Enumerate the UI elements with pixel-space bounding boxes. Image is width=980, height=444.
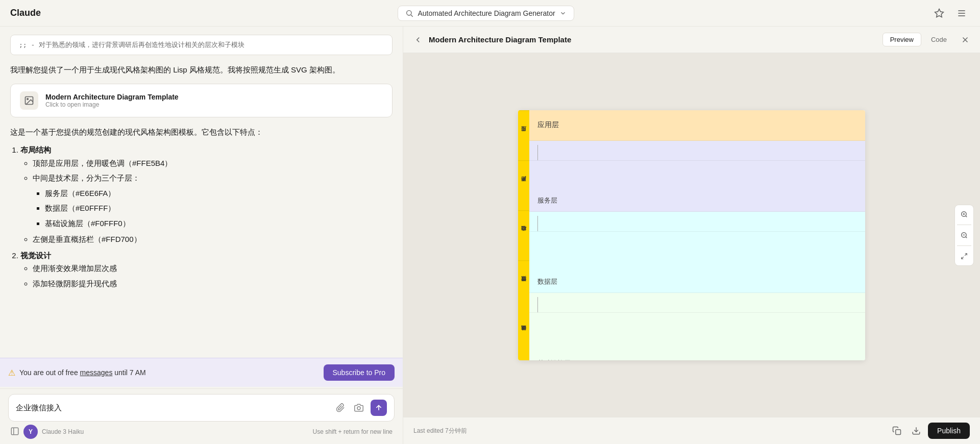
last-edited-text: Last edited 7分钟前 <box>413 427 467 435</box>
topbar-right <box>931 5 970 21</box>
bracket-app: 应用层 <box>518 110 529 160</box>
svg-point-0 <box>407 10 411 15</box>
tab-code[interactable]: Code <box>923 33 954 46</box>
description-text: 这是一个基于您提供的规范创建的现代风格架构图模板。它包含以下特点： <box>10 126 393 139</box>
chat-scroll[interactable]: ;; - 对于熟悉的领域，进行背景调研后再创造性地设计相关的层次和子模块 我理解… <box>0 27 403 388</box>
preview-title: Modern Architecture Diagram Template <box>429 35 876 44</box>
zoom-in-button[interactable] <box>957 207 971 221</box>
svg-line-1 <box>411 15 413 17</box>
sublist-item-2-2: 添加轻微阴影提升现代感 <box>33 277 393 290</box>
chevron-down-icon <box>559 10 567 17</box>
sidebar-icon <box>10 427 19 436</box>
artifact-title: Modern Architecture Diagram Template <box>45 93 179 101</box>
close-button[interactable] <box>961 35 970 44</box>
chat-input[interactable] <box>16 404 329 412</box>
list-item-2: 视觉设计 使用渐变效果增加层次感 添加轻微阴影提升现代感 <box>20 249 393 290</box>
zoom-out-button[interactable] <box>957 228 971 242</box>
avatar: Y <box>23 425 38 439</box>
model-label: Claude 3 Haiku <box>42 428 84 435</box>
close-icon <box>961 35 970 44</box>
download-icon <box>912 426 921 435</box>
bracket-data: 数据管理 <box>518 260 529 310</box>
messages-link[interactable]: messages <box>80 368 113 377</box>
preview-header: Modern Architecture Diagram Template Pre… <box>403 27 980 53</box>
svg-point-7 <box>27 98 29 100</box>
input-footer-left: Y Claude 3 Haiku <box>10 425 84 439</box>
footer-actions: Publish <box>889 423 970 439</box>
sublist-item-2-1: 使用渐变效果增加层次感 <box>33 262 393 275</box>
subsublist-1: 服务层（#E6E6FA） 数据层（#E0FFFF） 基础设施层（#F0FFF0） <box>33 187 393 230</box>
svg-line-15 <box>966 215 967 217</box>
send-icon <box>375 404 383 412</box>
subsublist-item-1: 服务层（#E6E6FA） <box>45 187 393 200</box>
zoom-divider-2 <box>957 245 971 246</box>
search-icon <box>405 9 413 17</box>
zoom-controls <box>954 205 974 266</box>
artifact-subtitle: Click to open image <box>45 101 179 108</box>
connector-line-1 <box>537 145 538 160</box>
back-arrow-icon <box>413 35 423 44</box>
subscribe-button[interactable]: Subscribe to Pro <box>324 364 395 381</box>
code-snippet-text: ;; - 对于熟悉的领域，进行背景调研后再创造性地设计相关的层次和子模块 <box>19 41 244 48</box>
download-button[interactable] <box>909 423 924 438</box>
warning-icon: ⚠ <box>8 368 15 378</box>
tab-preview[interactable]: Preview <box>883 33 921 46</box>
zoom-divider-1 <box>957 225 971 225</box>
preview-footer: Last edited 7分钟前 Publish <box>403 417 980 444</box>
svg-rect-23 <box>896 430 901 435</box>
diagram-area: 应用层 用户界面 核心功能 数据管理 基础设施 应用层 <box>403 53 980 417</box>
sublist-item-1-1: 顶部是应用层，使用暖色调（#FFE5B4） <box>33 157 393 170</box>
svg-line-19 <box>966 236 967 238</box>
zoom-out-icon <box>961 232 968 239</box>
layer-infra: 基础设施层 <box>529 313 865 360</box>
warning-text: You are out of free messages until 7 AM <box>19 368 146 377</box>
bracket-infra: 基础设施 <box>518 310 529 360</box>
image-icon <box>24 95 34 106</box>
input-footer: Y Claude 3 Haiku Use shift + return for … <box>8 422 395 439</box>
settings-button[interactable] <box>953 5 970 21</box>
subsublist-item-2: 数据层（#E0FFFF） <box>45 202 393 215</box>
connector-2 <box>529 212 865 232</box>
send-button[interactable] <box>371 400 387 416</box>
layer-application: 应用层 <box>529 110 865 141</box>
star-button[interactable] <box>931 5 947 21</box>
copy-button[interactable] <box>889 423 904 438</box>
preview-panel: Modern Architecture Diagram Template Pre… <box>403 27 980 444</box>
camera-button[interactable] <box>352 401 365 414</box>
settings-icon <box>957 8 967 18</box>
sidebar-toggle-button[interactable] <box>10 427 19 437</box>
svg-marker-2 <box>935 9 944 17</box>
layer-service: 服务层 <box>529 161 865 212</box>
subsublist-item-3: 基础设施层（#F0FFF0） <box>45 217 393 230</box>
layer-service-label: 服务层 <box>537 196 857 205</box>
connector-1 <box>529 141 865 161</box>
preview-tabs: Preview Code <box>883 33 954 46</box>
sublist-item-1-2: 中间是技术层，分为三个子层： 服务层（#E6E6FA） 数据层（#E0FFFF）… <box>33 171 393 230</box>
input-box <box>8 394 395 422</box>
layers-area: 应用层 服务层 数据层 <box>529 110 865 360</box>
publish-button[interactable]: Publish <box>928 423 970 439</box>
svg-rect-10 <box>11 428 18 435</box>
layer-data: 数据层 <box>529 232 865 293</box>
chat-input-area: Y Claude 3 Haiku Use shift + return for … <box>0 388 403 444</box>
sublist-2: 使用渐变效果增加层次感 添加轻微阴影提升现代感 <box>20 262 393 290</box>
connector-line-3 <box>537 297 538 312</box>
svg-line-21 <box>965 253 967 255</box>
artifact-card[interactable]: Modern Architecture Diagram Template Cli… <box>10 84 393 117</box>
feature-list: 布局结构 顶部是应用层，使用暖色调（#FFE5B4） 中间是技术层，分为三个子层… <box>10 143 393 290</box>
artifact-info: Modern Architecture Diagram Template Cli… <box>45 93 179 108</box>
camera-icon <box>354 403 363 412</box>
fit-button[interactable] <box>957 249 971 263</box>
project-title-btn[interactable]: Automated Architecture Diagram Generator <box>398 6 574 21</box>
sublist-1: 顶部是应用层，使用暖色调（#FFE5B4） 中间是技术层，分为三个子层： 服务层… <box>20 157 393 246</box>
attach-button[interactable] <box>334 401 347 414</box>
hint-text: Use shift + return for new line <box>313 428 393 435</box>
topbar: Claude Automated Architecture Diagram Ge… <box>0 0 980 27</box>
bracket-tech: 核心功能 <box>518 210 529 260</box>
list-heading-2: 视觉设计 <box>20 251 51 260</box>
chat-panel: ;; - 对于熟悉的领域，进行背景调研后再创造性地设计相关的层次和子模块 我理解… <box>0 27 403 444</box>
connector-line-2 <box>537 216 538 231</box>
warning-banner: ⚠ You are out of free messages until 7 A… <box>0 358 403 387</box>
back-button[interactable] <box>413 35 423 44</box>
assistant-intro-text: 我理解您提供了一个用于生成现代风格架构图的 Lisp 风格规范。我将按照规范生成… <box>10 65 340 74</box>
